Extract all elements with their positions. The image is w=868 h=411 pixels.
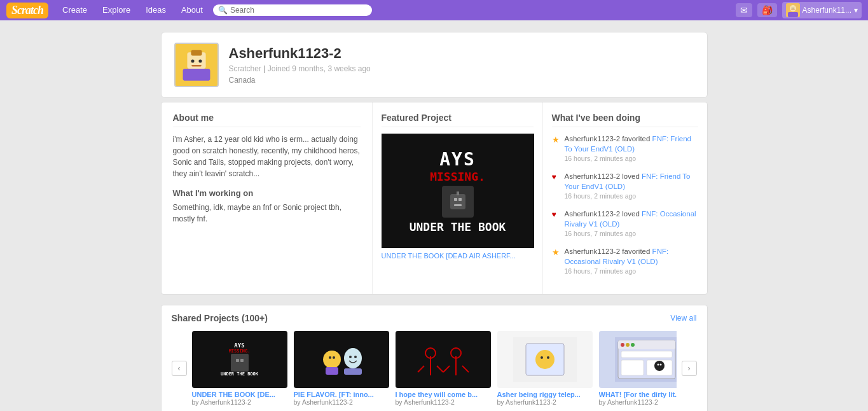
activity-user-0: Asherfunk1123-2 — [565, 135, 621, 143]
project-author-0: by Asherfunk1123-2 — [192, 398, 287, 406]
nav-about[interactable]: About — [174, 0, 210, 20]
svg-point-52 — [654, 361, 665, 371]
fp-art-line3: UNDER THE BOOK — [410, 220, 506, 233]
nav-ideas[interactable]: Ideas — [138, 0, 174, 20]
backpack-button[interactable]: 🎒 — [757, 3, 777, 17]
project-name-0: UNDER THE BOOK [DE... — [192, 391, 287, 398]
svg-rect-15 — [454, 198, 457, 201]
project-card-2[interactable]: I hope they will come b... by Asherfunk1… — [396, 331, 491, 406]
shared-projects-section: Shared Projects (100+) View all ‹ AYS MI… — [161, 305, 708, 412]
svg-point-41 — [541, 356, 543, 359]
working-on-title: What I'm working on — [173, 188, 361, 198]
activity-action-0: favorited — [622, 135, 652, 143]
featured-thumb[interactable]: AYS MISSING. UNDER THE BOOK — [382, 134, 534, 248]
featured-caption[interactable]: UNDER THE BOOK [DEAD AIR ASHERF... — [382, 252, 534, 260]
activity-time-2: 16 hours, 7 minutes ago — [565, 229, 698, 239]
profile-meta: Scratcher | Joined 9 months, 3 weeks ago — [229, 64, 371, 73]
user-menu[interactable]: Asherfunk11... ▾ — [782, 2, 862, 18]
project-name-1: PIE FLAVOR. [FT: inno... — [294, 391, 389, 398]
star-icon-0: ★ — [552, 134, 561, 143]
project-author-3: by Asherfunk1123-2 — [497, 398, 593, 406]
project-author-1: by Asherfunk1123-2 — [294, 398, 389, 406]
svg-rect-23 — [326, 367, 338, 375]
scratch-logo[interactable]: Scratch — [6, 3, 48, 18]
col-activity: What I've been doing ★ Asherfunk1123-2 f… — [543, 102, 707, 294]
nav-explore[interactable]: Explore — [95, 0, 138, 20]
activity-item-0: ★ Asherfunk1123-2 favorited FNF: Friend … — [552, 134, 698, 164]
svg-rect-6 — [793, 8, 794, 9]
project-name-2: I hope they will come b... — [396, 391, 491, 398]
svg-line-33 — [437, 366, 443, 372]
svg-line-36 — [443, 366, 450, 372]
svg-point-46 — [621, 343, 624, 347]
project-card-4[interactable]: WHAT! [For the dirty lit... by Asherfunk… — [599, 331, 677, 406]
activity-time-1: 16 hours, 2 minutes ago — [565, 192, 698, 201]
profile-country: Canada — [229, 76, 371, 85]
activity-time-3: 16 hours, 7 minutes ago — [565, 267, 698, 276]
activity-user-1: Asherfunk1123-2 — [565, 172, 621, 180]
col-featured: Featured Project AYS MISSING. U — [373, 102, 543, 294]
project-author-4: by Asherfunk1123-2 — [599, 398, 677, 406]
search-input[interactable] — [230, 6, 367, 15]
activity-user-3: Asherfunk1123-2 — [565, 247, 621, 255]
svg-rect-13 — [191, 50, 202, 56]
nav-right: ✉ 🎒 Asherfunk11... ▾ — [736, 2, 862, 18]
fp-robot-icon — [442, 186, 474, 218]
svg-point-53 — [657, 363, 659, 365]
svg-point-47 — [626, 343, 630, 347]
search-box: 🔍 — [213, 4, 372, 16]
shared-projects-title: Shared Projects (100+) — [172, 313, 268, 323]
working-on-text: Something, idk, maybe an fnf or Sonic pr… — [173, 202, 361, 225]
svg-rect-11 — [191, 65, 201, 67]
svg-point-26 — [344, 348, 362, 368]
activity-time-0: 16 hours, 2 minutes ago — [565, 154, 698, 164]
svg-rect-20 — [236, 359, 239, 362]
about-me-title: About me — [173, 113, 361, 127]
project-card-0[interactable]: AYS MISSING. UNDER THE BOOK UNDER THE BO… — [192, 331, 287, 406]
project-thumb-1 — [294, 331, 389, 388]
nav-create[interactable]: Create — [55, 0, 95, 20]
activity-title: What I've been doing — [552, 113, 698, 127]
project-name-3: Asher being riggy telep... — [497, 391, 593, 398]
svg-rect-17 — [454, 204, 462, 206]
messages-button[interactable]: ✉ — [736, 3, 752, 17]
view-all-link[interactable]: View all — [670, 314, 696, 323]
featured-title: Featured Project — [382, 113, 534, 127]
activity-action-1: loved — [622, 172, 642, 180]
svg-point-24 — [329, 356, 331, 359]
svg-rect-18 — [457, 192, 459, 195]
svg-point-10 — [198, 59, 202, 62]
projects-list: AYS MISSING. UNDER THE BOOK UNDER THE BO… — [192, 331, 677, 406]
project-card-3[interactable]: Asher being riggy telep... by Asherfunk1… — [497, 331, 593, 406]
svg-rect-19 — [231, 354, 249, 372]
svg-point-22 — [323, 351, 341, 368]
svg-point-48 — [631, 343, 635, 347]
svg-rect-21 — [240, 359, 244, 362]
svg-rect-49 — [621, 351, 672, 358]
svg-line-32 — [418, 366, 424, 372]
heart-icon-2: ♥ — [552, 209, 561, 218]
svg-point-40 — [535, 350, 555, 369]
activity-action-2: loved — [622, 210, 642, 218]
navbar: Scratch Create Explore Ideas About 🔍 ✉ 🎒… — [0, 0, 868, 20]
shared-projects-header: Shared Projects (100+) View all — [172, 313, 697, 323]
activity-user-2: Asherfunk1123-2 — [565, 210, 621, 218]
svg-rect-29 — [344, 368, 362, 375]
svg-rect-16 — [458, 198, 462, 201]
next-button[interactable]: › — [682, 361, 697, 376]
profile-avatar — [174, 43, 219, 87]
about-me-text: i'm Asher, a 12 year old kid who is erm.… — [173, 134, 361, 179]
fp-art-line1: AYS — [439, 149, 476, 170]
profile-header: Asherfunk1123-2 Scratcher | Joined 9 mon… — [161, 32, 708, 98]
svg-rect-12 — [183, 69, 210, 81]
project-thumb-4 — [599, 331, 677, 388]
project-card-1[interactable]: PIE FLAVOR. [FT: inno... by Asherfunk112… — [294, 331, 389, 406]
activity-action-3: favorited — [622, 247, 652, 255]
project-thumb-2 — [396, 331, 491, 388]
username-label: Asherfunk11... — [803, 6, 851, 15]
svg-point-28 — [354, 356, 357, 358]
svg-rect-50 — [621, 360, 644, 375]
user-avatar — [786, 3, 800, 17]
svg-point-25 — [333, 356, 335, 359]
prev-button[interactable]: ‹ — [172, 361, 187, 376]
